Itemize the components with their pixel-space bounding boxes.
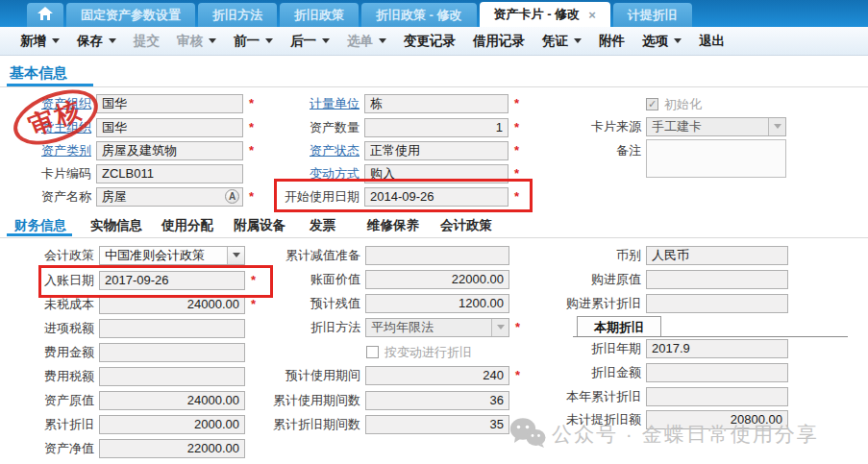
depreciation-method-input[interactable] xyxy=(365,318,509,337)
untaxed-cost-input[interactable] xyxy=(99,295,245,314)
book-value-input[interactable] xyxy=(365,270,509,289)
next-button[interactable]: 后一 xyxy=(282,33,338,50)
accum-depreciation-input[interactable] xyxy=(99,415,245,434)
borrow-log-button[interactable]: 借用记录 xyxy=(464,33,533,50)
chevron-down-icon xyxy=(233,253,240,257)
purchase-original-input[interactable] xyxy=(646,270,788,289)
dropdown-button[interactable] xyxy=(491,319,508,336)
asset-status-input[interactable] xyxy=(364,141,508,160)
fin-tab-physical[interactable]: 实物信息 xyxy=(90,217,142,234)
ytd-depreciation-input[interactable] xyxy=(646,387,788,406)
quantity-input[interactable] xyxy=(364,118,508,137)
accounting-policy-input[interactable] xyxy=(99,246,245,265)
owner-org-input[interactable] xyxy=(96,118,243,137)
used-periods-row: 累计使用期间数 xyxy=(265,390,509,410)
asset-name-input[interactable] xyxy=(96,187,243,207)
group-divider xyxy=(573,336,848,337)
dropdown-button[interactable] xyxy=(768,118,785,135)
expected-periods-input[interactable] xyxy=(365,366,509,385)
dep-year-period-input[interactable] xyxy=(646,339,788,358)
required-mark: * xyxy=(514,96,519,110)
asset-card-window: 固定资产参数设置 折旧方法 折旧政策 折旧政策 - 修改 资产卡片 - 修改 ×… xyxy=(0,0,868,464)
save-button[interactable]: 保存 xyxy=(68,33,125,50)
basic-info-section-title[interactable]: 基本信息 xyxy=(10,64,67,83)
purchase-original-row: 购进原值 xyxy=(537,269,788,289)
fin-tab-accessories[interactable]: 附属设备 xyxy=(234,217,285,234)
accounting-policy-select[interactable] xyxy=(99,246,245,265)
fin-tab-allocation[interactable]: 使用分配 xyxy=(161,217,213,234)
card-source-input[interactable] xyxy=(646,117,786,136)
card-source-row: 卡片来源 xyxy=(578,116,786,136)
asset-category-input[interactable] xyxy=(96,141,243,160)
impairment-reserve-input[interactable] xyxy=(365,246,509,265)
fee-tax-label: 费用税额 xyxy=(2,368,94,385)
close-icon[interactable]: × xyxy=(588,8,596,22)
purchase-original-label: 购进原值 xyxy=(537,271,641,288)
exit-button[interactable]: 退出 xyxy=(690,33,733,50)
change-mode-input[interactable] xyxy=(364,164,508,183)
home-tab[interactable] xyxy=(27,3,63,27)
change-mode-label[interactable]: 变动方式 xyxy=(270,165,360,183)
button-label: 审核 xyxy=(177,33,203,50)
purchase-accum-dep-input[interactable] xyxy=(646,294,788,313)
asset-status-label[interactable]: 资产状态 xyxy=(270,142,360,159)
start-use-date-input[interactable] xyxy=(364,187,508,207)
fin-tab-accounting-policy[interactable]: 会计政策 xyxy=(440,217,492,234)
fin-tab-maintenance[interactable]: 维修保养 xyxy=(367,217,419,234)
ytd-depreciation-label: 本年累计折旧 xyxy=(537,388,641,405)
currency-input[interactable] xyxy=(646,246,788,265)
multilang-icon[interactable]: A xyxy=(225,189,239,204)
required-mark: * xyxy=(514,120,519,134)
depreciation-method-label: 折旧方法 xyxy=(265,319,360,336)
net-value-row: 资产净值 xyxy=(2,438,245,458)
card-source-label: 卡片来源 xyxy=(578,118,641,135)
entry-date-input[interactable] xyxy=(99,271,245,290)
tab-label: 固定资产参数设置 xyxy=(81,7,181,24)
salvage-value-row: 预计残值 xyxy=(265,293,509,313)
card-source-select[interactable] xyxy=(646,117,786,136)
net-value-input[interactable] xyxy=(99,439,245,458)
depreciate-by-change-checkbox[interactable] xyxy=(366,346,379,358)
used-periods-input[interactable] xyxy=(365,391,509,410)
previous-button[interactable]: 前一 xyxy=(225,33,282,50)
net-value-label: 资产净值 xyxy=(2,440,94,457)
dep-amount-row: 折旧金额 xyxy=(537,362,788,382)
toolbar: 新增 保存 提交 审核 前一 后一 选单 变更记录 借用记录 凭证 附件 选项 … xyxy=(0,27,868,56)
original-value-input[interactable] xyxy=(99,391,245,410)
tab-accrue-depreciation[interactable]: 计提折旧 xyxy=(613,3,692,27)
new-button[interactable]: 新增 xyxy=(12,33,68,50)
required-mark: * xyxy=(249,143,254,158)
original-value-row: 资产原值 xyxy=(2,390,245,410)
fin-tab-finance[interactable]: 财务信息 xyxy=(14,217,66,234)
tab-depreciation-policy[interactable]: 折旧政策 xyxy=(280,3,359,27)
dep-amount-input[interactable] xyxy=(646,363,788,382)
asset-status-row: 资产状态 * xyxy=(270,140,519,160)
change-log-button[interactable]: 变更记录 xyxy=(395,33,464,50)
card-code-input[interactable] xyxy=(96,164,243,183)
tab-fixed-asset-params[interactable]: 固定资产参数设置 xyxy=(66,3,195,27)
tab-depreciation-policy-edit[interactable]: 折旧政策 - 修改 xyxy=(361,3,477,27)
dropdown-button[interactable] xyxy=(227,247,244,264)
asset-org-input[interactable] xyxy=(96,94,243,113)
options-button[interactable]: 选项 xyxy=(633,33,690,50)
quantity-row: 资产数量 * xyxy=(270,117,519,137)
unit-input[interactable] xyxy=(364,94,508,113)
tab-asset-card-edit[interactable]: 资产卡片 - 修改 × xyxy=(480,2,610,27)
depreciated-periods-input[interactable] xyxy=(365,415,509,434)
attachment-button[interactable]: 附件 xyxy=(590,33,633,50)
fee-tax-input[interactable] xyxy=(99,367,245,386)
initialized-checkbox[interactable]: ✓ xyxy=(646,98,658,110)
fin-tab-invoice[interactable]: 发票 xyxy=(310,217,335,234)
depreciation-method-select[interactable] xyxy=(365,318,509,337)
required-mark: * xyxy=(514,189,519,204)
remark-input[interactable] xyxy=(646,139,786,178)
tab-depreciation-method[interactable]: 折旧方法 xyxy=(198,3,277,27)
voucher-button[interactable]: 凭证 xyxy=(533,33,590,50)
undepreciated-input[interactable] xyxy=(646,410,788,429)
button-label: 后一 xyxy=(290,33,316,50)
unit-label[interactable]: 计量单位 xyxy=(270,95,360,112)
fee-amount-input[interactable] xyxy=(99,343,245,362)
tab-label: 资产卡片 - 修改 xyxy=(494,6,581,23)
salvage-value-input[interactable] xyxy=(365,294,509,313)
input-tax-input[interactable] xyxy=(99,319,245,338)
